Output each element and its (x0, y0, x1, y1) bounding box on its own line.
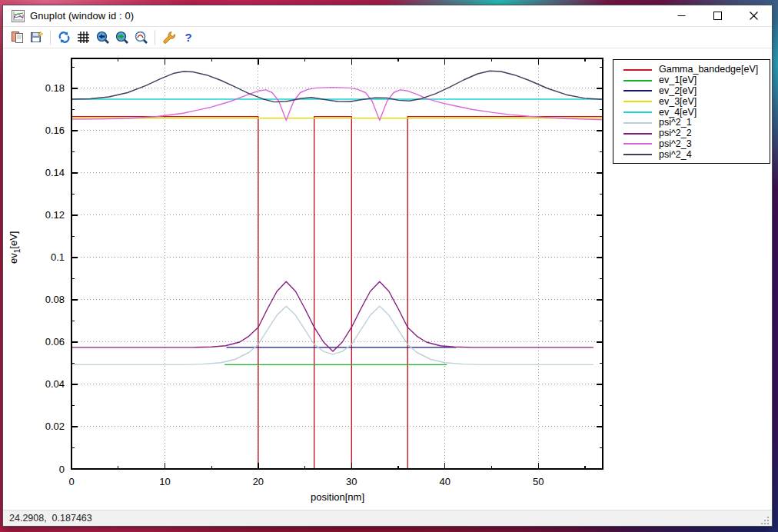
series-psi^2_2 (71, 281, 593, 351)
legend-swatch (623, 80, 652, 81)
y-tick-label: 0.14 (45, 167, 65, 178)
legend-item: psi^2_1 (623, 118, 770, 128)
zoom-next-icon (115, 31, 129, 45)
gnuplot-window: Gnuplot (window id : 0) (2, 5, 773, 527)
x-tick-label: 50 (533, 476, 544, 487)
legend-label: Gamma_bandedge[eV] (659, 65, 758, 75)
svg-text:?: ? (185, 31, 191, 44)
legend-swatch (623, 111, 652, 113)
y-tick-label: 0.08 (45, 294, 65, 305)
cursor-coordinates: 24.2908, 0.187463 (9, 513, 92, 524)
maximize-button[interactable] (700, 5, 736, 26)
legend-label: psi^2_1 (659, 118, 692, 128)
x-tick-label: 40 (440, 476, 451, 487)
gnuplot-app-icon (12, 10, 25, 22)
close-icon (750, 12, 758, 20)
minimize-icon (677, 12, 686, 20)
legend-swatch (623, 69, 652, 71)
y-tick-label: 0.04 (45, 378, 65, 390)
series-Gamma_bandedge[eV] (71, 117, 603, 469)
legend-item: ev_2[eV] (623, 86, 770, 97)
plot-border (71, 58, 603, 469)
y-tick-label: 0 (59, 464, 65, 475)
series-psi^2_3 (71, 88, 603, 121)
titlebar[interactable]: Gnuplot (window id : 0) (3, 5, 772, 26)
x-tick-label: 20 (253, 476, 264, 487)
settings-wrench-icon (162, 31, 176, 45)
y-tick-label: 0.02 (45, 421, 65, 432)
toolbar-separator (155, 30, 155, 45)
y-tick-label: 0.06 (45, 336, 65, 347)
legend-label: psi^2_2 (659, 128, 692, 138)
legend: Gamma_bandedge[eV]ev_1[eV]ev_2[eV]ev_3[e… (613, 59, 770, 164)
y-tick-label: 0.12 (45, 209, 65, 221)
x-axis-label: position[nm] (264, 491, 411, 503)
zoom-previous-button[interactable] (93, 28, 112, 47)
legend-label: ev_3[eV] (659, 97, 697, 107)
legend-swatch (623, 101, 652, 102)
legend-item: psi^2_3 (623, 139, 770, 150)
save-button[interactable] (27, 28, 46, 47)
grid-toggle-icon (77, 31, 90, 44)
zoom-region-button[interactable] (131, 28, 151, 47)
legend-swatch (623, 143, 652, 145)
maximize-icon (713, 12, 722, 20)
legend-swatch (623, 133, 652, 135)
copy-to-clipboard-button[interactable] (8, 28, 27, 47)
zoom-region-icon (135, 31, 148, 45)
resize-grip-icon[interactable] (760, 515, 770, 526)
y-tick-label: 0.16 (45, 125, 65, 136)
window-controls (663, 5, 772, 26)
replot-button[interactable] (55, 28, 74, 47)
copy-to-clipboard-icon (11, 31, 24, 44)
legend-label: ev_4[eV] (659, 108, 697, 118)
x-tick-label: 0 (68, 476, 74, 487)
window-title: Gnuplot (window id : 0) (30, 10, 134, 22)
grid-toggle-button[interactable] (74, 28, 93, 47)
save-icon (30, 31, 43, 44)
x-tick-label: 30 (346, 476, 357, 487)
legend-swatch (623, 90, 652, 91)
legend-item: ev_1[eV] (623, 75, 770, 86)
y-axis-label: ev1[eV] (8, 231, 22, 264)
help-icon: ? (181, 31, 195, 45)
toolbar: ? (3, 26, 772, 48)
series-psi^2_1 (71, 306, 593, 364)
zoom-next-button[interactable] (112, 28, 131, 47)
help-button[interactable]: ? (178, 28, 198, 47)
replot-icon (58, 31, 71, 44)
legend-item: psi^2_2 (623, 128, 770, 139)
legend-label: ev_2[eV] (659, 86, 697, 96)
y-tick-label: 0.18 (45, 82, 65, 94)
minimize-button[interactable] (663, 5, 700, 26)
legend-label: ev_1[eV] (659, 75, 697, 85)
zoom-previous-icon (96, 31, 110, 45)
series-psi^2_4 (71, 71, 603, 101)
legend-item: Gamma_bandedge[eV] (623, 65, 770, 75)
x-tick-label: 10 (159, 476, 170, 487)
legend-item: ev_4[eV] (623, 107, 770, 118)
close-button[interactable] (736, 5, 772, 26)
legend-swatch (623, 122, 652, 124)
settings-button[interactable] (159, 28, 178, 47)
plot-canvas[interactable]: 00.020.040.060.080.10.120.140.160.180102… (3, 48, 772, 511)
y-tick-label: 0.1 (51, 251, 65, 263)
statusbar: 24.2908, 0.187463 (3, 510, 772, 526)
legend-item: ev_3[eV] (623, 96, 770, 107)
legend-swatch (623, 154, 652, 155)
legend-item: psi^2_4 (623, 149, 770, 160)
legend-label: psi^2_4 (659, 150, 692, 160)
legend-label: psi^2_3 (659, 139, 692, 149)
toolbar-separator (50, 30, 51, 45)
